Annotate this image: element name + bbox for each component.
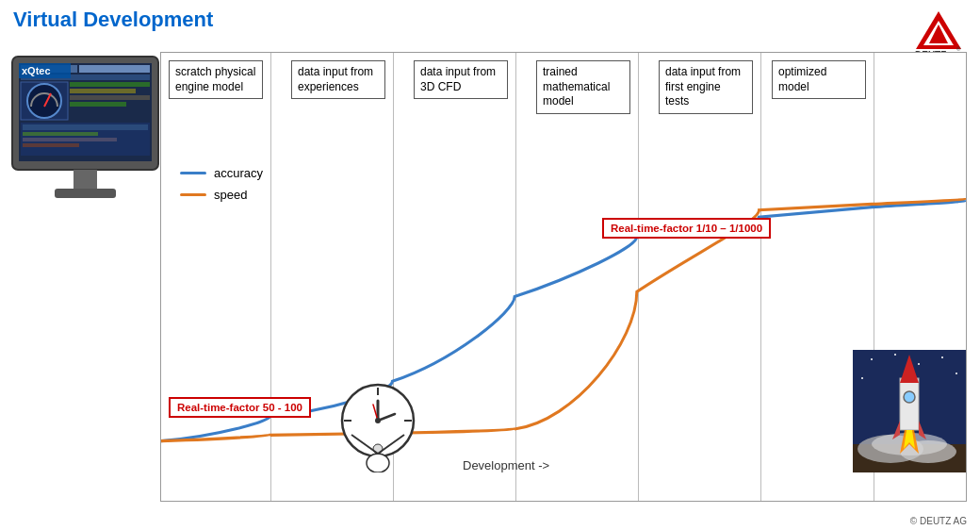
legend-speed: speed xyxy=(180,188,263,202)
svg-rect-50 xyxy=(900,378,919,430)
svg-rect-13 xyxy=(70,82,150,87)
legend-line-orange xyxy=(180,193,206,196)
svg-point-54 xyxy=(904,391,915,403)
monitor-area: xQtec xyxy=(8,52,163,217)
dev-label: Development -> xyxy=(463,458,549,472)
legend-speed-label: speed xyxy=(214,188,247,202)
svg-rect-20 xyxy=(23,138,117,141)
svg-rect-15 xyxy=(70,95,150,100)
copyright: © DEUTZ AG xyxy=(910,516,967,526)
chart-legend: accuracy speed xyxy=(180,166,263,209)
svg-rect-19 xyxy=(23,132,98,136)
svg-rect-25 xyxy=(55,189,116,198)
svg-rect-8 xyxy=(79,65,150,73)
svg-rect-14 xyxy=(70,89,136,93)
rtf-badge-left: Real-time-factor 50 - 100 xyxy=(169,397,311,418)
svg-point-43 xyxy=(941,356,943,358)
chart-area: scratch physical engine model data input… xyxy=(160,52,967,502)
svg-rect-24 xyxy=(74,170,97,190)
svg-point-40 xyxy=(871,358,873,360)
rtf-badge-right: Real-time-factor 1/10 – 1/1000 xyxy=(602,218,771,239)
svg-text:xQtec: xQtec xyxy=(22,65,51,76)
svg-point-34 xyxy=(375,418,381,423)
svg-rect-18 xyxy=(23,124,148,130)
chart-svg xyxy=(161,53,966,501)
legend-accuracy: accuracy xyxy=(180,166,263,180)
legend-accuracy-label: accuracy xyxy=(214,166,263,180)
svg-rect-21 xyxy=(23,143,79,147)
svg-point-35 xyxy=(367,454,389,472)
svg-point-45 xyxy=(956,373,957,374)
svg-point-44 xyxy=(861,377,863,379)
rocket-area xyxy=(853,350,966,472)
legend-line-blue xyxy=(180,172,206,174)
svg-point-42 xyxy=(918,363,920,365)
svg-point-41 xyxy=(894,354,896,356)
clock-area xyxy=(321,378,434,472)
page-title: Virtual Development xyxy=(13,8,213,32)
svg-rect-16 xyxy=(70,102,126,107)
